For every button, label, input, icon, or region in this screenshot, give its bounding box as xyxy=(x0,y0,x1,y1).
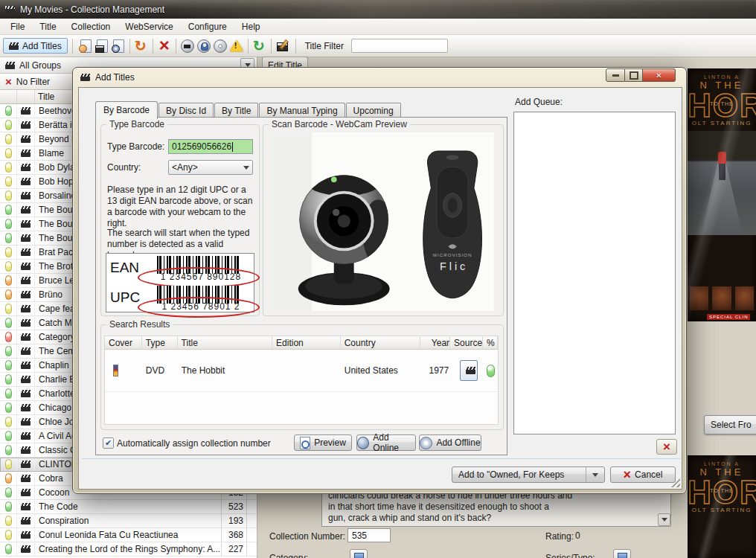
tab-by-disc-id[interactable]: By Disc Id xyxy=(158,103,214,118)
list-item[interactable]: The Code523 xyxy=(0,500,257,514)
column-header-edition[interactable]: Edition xyxy=(272,336,341,349)
country-combo[interactable]: <Any> xyxy=(168,160,253,175)
collection-number-cell: 227 xyxy=(222,542,247,556)
scanner-brand-text: MICROVISION xyxy=(433,252,472,257)
status-capsule-icon xyxy=(5,176,12,187)
status-capsule-icon xyxy=(5,275,12,286)
list-item[interactable]: Creating the Lord of the Rings Symphony:… xyxy=(0,542,257,557)
add-online-button[interactable]: Add Online xyxy=(356,434,416,451)
type-barcode-group: Type Barcode Type Barcode: 012569056626 … xyxy=(100,124,260,316)
country-label: Country: xyxy=(107,162,141,173)
disc-clapper-icon[interactable] xyxy=(179,38,196,54)
add-titles-button[interactable]: Add Titles xyxy=(3,38,68,54)
sync-orange-icon[interactable] xyxy=(133,38,150,54)
result-row[interactable]: DVDThe HobbitUnited States1977 xyxy=(105,350,498,392)
preview-button[interactable]: Preview xyxy=(294,434,352,451)
menu-file[interactable]: File xyxy=(3,19,32,34)
maximize-button[interactable] xyxy=(625,68,643,82)
menu-webservice[interactable]: WebService xyxy=(118,19,180,34)
search-results-group: Search Results CoverTypeTitleEditionCoun… xyxy=(100,324,504,430)
status-capsule-icon xyxy=(5,332,12,342)
tab-by-title[interactable]: By Title xyxy=(214,103,258,118)
menu-help[interactable]: Help xyxy=(234,19,268,34)
rating-field[interactable]: 0 xyxy=(571,528,614,542)
remove-from-queue-button[interactable]: × xyxy=(656,439,677,455)
clapperboard-icon xyxy=(21,107,31,115)
series-type-picker-button[interactable] xyxy=(613,549,631,558)
column-header-year[interactable]: Year xyxy=(420,336,450,349)
title-column-header: Title xyxy=(35,92,54,102)
collection-number-field[interactable]: 535 xyxy=(347,528,391,542)
cover-text: N THE xyxy=(688,466,756,478)
cover-text: TO THE xyxy=(688,488,756,493)
add-offline-button[interactable]: Add Offline xyxy=(419,434,481,451)
source-program-icon[interactable] xyxy=(460,360,478,381)
column-header-percent[interactable]: % xyxy=(483,336,498,349)
document-clapper-icon[interactable] xyxy=(94,38,110,54)
cover-thumbnails xyxy=(688,286,756,311)
category-picker-button[interactable] xyxy=(350,549,368,558)
status-capsule-icon xyxy=(5,346,12,356)
tab-by-barcode[interactable]: By Barcode xyxy=(95,101,158,119)
toolbar-separator xyxy=(153,39,153,54)
dialog-title-bar[interactable]: Add Titles ✕ xyxy=(73,68,686,86)
results-header-row[interactable]: CoverTypeTitleEditionCountryYearSource% xyxy=(105,336,498,350)
result-type: DVD xyxy=(142,365,178,376)
delete-red-x-icon[interactable] xyxy=(156,38,173,54)
list-item[interactable]: Conspiration193 xyxy=(0,514,257,528)
document-user-icon[interactable] xyxy=(77,38,94,54)
chevron-down-icon[interactable] xyxy=(586,467,604,482)
document-disc-icon[interactable] xyxy=(110,38,126,54)
series-type-icon xyxy=(618,553,627,558)
add-queue-list[interactable] xyxy=(513,112,676,434)
toolbar-separator xyxy=(295,39,296,54)
minimize-button[interactable] xyxy=(606,68,625,82)
upc-label: UPC xyxy=(110,289,140,306)
instruction-text: Please type in an 12 digit UPC or a 13 d… xyxy=(107,185,253,229)
disc-plain-icon[interactable] xyxy=(212,38,228,54)
menu-collection[interactable]: Collection xyxy=(64,19,118,34)
add-to-collection-dropdown[interactable]: Add to "Owned, For Keeps xyxy=(452,466,605,483)
status-capsule-icon xyxy=(5,304,12,314)
clapperboard-icon xyxy=(466,367,475,374)
refresh-green-icon[interactable] xyxy=(252,38,268,54)
column-header-source[interactable]: Source xyxy=(450,336,483,349)
select-from-button[interactable]: Select Fro xyxy=(704,415,756,434)
barcode-input[interactable]: 012569056626 xyxy=(168,139,253,154)
country-value: <Any> xyxy=(172,162,198,173)
warning-icon[interactable] xyxy=(228,38,245,54)
column-header-country[interactable]: Country xyxy=(341,336,421,349)
close-button[interactable]: ✕ xyxy=(643,68,676,82)
disc-user-icon[interactable] xyxy=(196,38,212,54)
add-titles-label: Add Titles xyxy=(22,41,62,51)
edit-title-icon[interactable] xyxy=(275,38,291,54)
title-filter-input[interactable] xyxy=(351,39,448,53)
group-filter-value: All Groups xyxy=(19,60,61,71)
clapperboard-icon xyxy=(21,121,31,129)
menu-bar: FileTitleCollectionWebServiceConfigureHe… xyxy=(0,19,756,35)
column-header-type[interactable]: Type xyxy=(142,336,178,349)
cancel-button[interactable]: × Cancel xyxy=(610,466,676,483)
column-header-title[interactable]: Title xyxy=(178,336,272,349)
menu-title[interactable]: Title xyxy=(32,19,63,34)
barcode-value: 012569056626 xyxy=(172,141,231,152)
tab-upcoming[interactable]: Upcoming xyxy=(346,103,401,118)
category-label: Category: xyxy=(269,553,308,558)
category-icon xyxy=(354,553,364,558)
list-item[interactable]: Conul Leonida Fata Cu Reactiunea368 xyxy=(0,528,257,542)
menu-configure[interactable]: Configure xyxy=(181,19,234,34)
scroll-down-arrow[interactable] xyxy=(658,513,670,526)
clapperboard-icon xyxy=(5,62,15,69)
clapperboard-icon xyxy=(21,135,31,143)
clapperboard-icon xyxy=(21,263,31,270)
select-from-label: Select Fro xyxy=(711,420,752,430)
column-header-cover[interactable]: Cover xyxy=(105,336,142,349)
auto-assign-checkbox[interactable]: ✔ xyxy=(103,437,114,449)
collection-number-cell: 193 xyxy=(222,514,247,527)
tab-by-manual-typing[interactable]: By Manual Typing xyxy=(259,103,345,118)
cover-text: HOR xyxy=(688,91,756,121)
status-capsule-icon xyxy=(5,134,12,144)
status-capsule-icon xyxy=(5,473,12,484)
status-capsule-icon xyxy=(5,318,12,328)
add-offline-label: Add Offline xyxy=(436,437,480,448)
